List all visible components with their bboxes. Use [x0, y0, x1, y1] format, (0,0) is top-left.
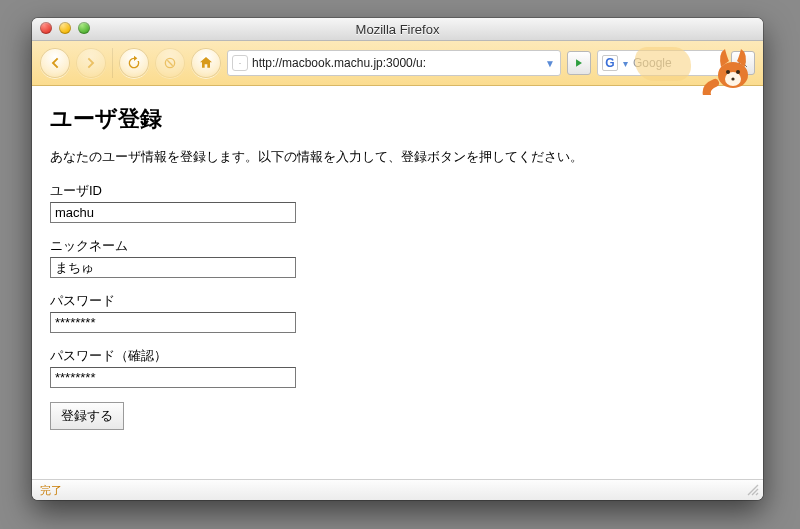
- browser-window: Mozilla Firefox · http://macbook.mac: [32, 18, 763, 500]
- page-heading: ユーザ登録: [50, 104, 745, 134]
- minimize-window-button[interactable]: [59, 22, 71, 34]
- search-button[interactable]: [731, 51, 755, 75]
- search-engine-icon[interactable]: G: [602, 55, 618, 71]
- input-nickname[interactable]: [50, 257, 296, 278]
- label-user-id: ユーザID: [50, 182, 745, 200]
- label-nickname: ニックネーム: [50, 237, 745, 255]
- input-user-id[interactable]: [50, 202, 296, 223]
- field-password-confirm: パスワード（確認）: [50, 347, 745, 388]
- field-nickname: ニックネーム: [50, 237, 745, 278]
- zoom-window-button[interactable]: [78, 22, 90, 34]
- label-password-confirm: パスワード（確認）: [50, 347, 745, 365]
- svg-point-4: [726, 70, 730, 74]
- field-password: パスワード: [50, 292, 745, 333]
- page-content: ユーザ登録 あなたのユーザ情報を登録します。以下の情報を入力して、登録ボタンを押…: [32, 86, 763, 479]
- reload-button[interactable]: [119, 48, 149, 78]
- field-user-id: ユーザID: [50, 182, 745, 223]
- go-button[interactable]: [567, 51, 591, 75]
- search-placeholder: Google: [633, 56, 720, 70]
- svg-point-6: [731, 77, 734, 80]
- window-title: Mozilla Firefox: [32, 22, 763, 37]
- window-controls: [40, 22, 90, 34]
- input-password[interactable]: [50, 312, 296, 333]
- toolbar-separator: [112, 48, 113, 78]
- back-button[interactable]: [40, 48, 70, 78]
- toolbar: · http://macbook.machu.jp:3000/u: ▼ G ▾ …: [32, 41, 763, 86]
- submit-button[interactable]: 登録する: [50, 402, 124, 430]
- close-window-button[interactable]: [40, 22, 52, 34]
- resize-grip-icon[interactable]: [746, 483, 760, 497]
- svg-point-1: [739, 59, 745, 65]
- search-bar[interactable]: G ▾ Google: [597, 50, 725, 76]
- status-bar: 完了: [32, 479, 763, 500]
- address-bar-text: http://macbook.machu.jp:3000/u:: [252, 56, 540, 70]
- page-intro: あなたのユーザ情報を登録します。以下の情報を入力して、登録ボタンを押してください…: [50, 148, 745, 166]
- address-bar[interactable]: · http://macbook.machu.jp:3000/u: ▼: [227, 50, 561, 76]
- input-password-confirm[interactable]: [50, 367, 296, 388]
- address-dropdown-icon[interactable]: ▼: [544, 58, 556, 69]
- status-text: 完了: [40, 483, 62, 498]
- site-favicon: ·: [232, 55, 248, 71]
- stop-button[interactable]: [155, 48, 185, 78]
- label-password: パスワード: [50, 292, 745, 310]
- search-engine-dropdown-icon[interactable]: ▾: [622, 58, 629, 69]
- titlebar: Mozilla Firefox: [32, 18, 763, 41]
- forward-button[interactable]: [76, 48, 106, 78]
- home-button[interactable]: [191, 48, 221, 78]
